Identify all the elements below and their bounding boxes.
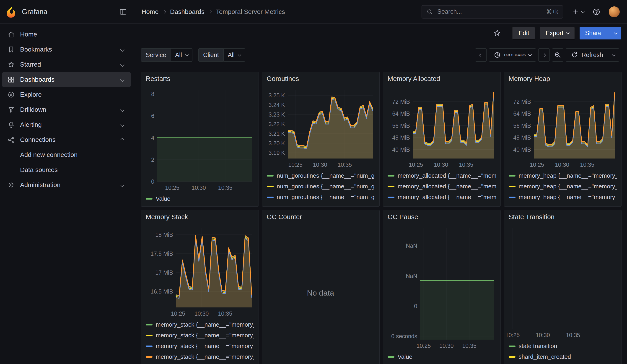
filter-row: Service All Client All — [141, 48, 619, 62]
clock-icon — [494, 51, 501, 59]
client-variable-selected: All — [228, 52, 235, 59]
legend-item[interactable]: num_goroutines {__name__="num_go — [267, 192, 375, 203]
export-button-label: Export — [546, 30, 563, 37]
chart-goroutines[interactable]: 3.25 K3.24 K3.23 K3.22 K3.21 K3.20 K3.19… — [265, 86, 376, 169]
panel-header-memory-heap[interactable]: Memory Heap — [504, 72, 622, 86]
chevron-down-icon — [120, 123, 124, 127]
legend-item[interactable]: shard_item_created — [509, 352, 617, 362]
legend-series-marker — [388, 175, 394, 177]
refresh-interval-button[interactable] — [608, 49, 619, 61]
legend-item[interactable]: num_goroutines {__name__="num_go — [267, 203, 375, 204]
user-avatar[interactable] — [609, 6, 620, 17]
legend-item[interactable]: memory_allocated {__name__="memo — [388, 181, 496, 192]
client-variable-label: Client — [198, 48, 224, 62]
sidebar-item-dashboards[interactable]: Dashboards — [2, 72, 131, 87]
legend-series-label: Value — [398, 353, 413, 360]
refresh-button[interactable]: Refresh — [566, 49, 608, 61]
refresh-split-button: Refresh — [566, 48, 619, 62]
panel-header-goroutines[interactable]: Goroutines — [262, 72, 380, 86]
share-menu-button[interactable] — [610, 27, 621, 40]
sidebar-item-administration[interactable]: Administration — [2, 177, 131, 193]
legend-item[interactable]: memory_stack {__name__="memory_s — [146, 319, 254, 330]
svg-text:17 MiB: 17 MiB — [155, 269, 173, 276]
sidebar-item-explore[interactable]: Explore — [2, 87, 131, 102]
sidebar-item-alerting[interactable]: Alerting — [2, 117, 131, 132]
sidebar-item-drilldown[interactable]: Drilldown — [2, 102, 131, 117]
sidebar-item-connections[interactable]: Connections — [2, 132, 131, 147]
panel-header-restarts[interactable]: Restarts — [141, 72, 259, 86]
sidebar-item-data-sources[interactable]: Data sources — [2, 162, 131, 177]
client-variable-value[interactable]: All — [224, 48, 245, 62]
breadcrumb-home[interactable]: Home — [142, 8, 159, 15]
chevron-down-icon — [120, 108, 124, 112]
panel-header-memory-stack[interactable]: Memory Stack — [141, 210, 259, 224]
breadcrumb-dashboards[interactable]: Dashboards — [170, 8, 205, 15]
legend-series-label: Value — [156, 195, 170, 202]
sidebar-item-label: Connections — [20, 136, 116, 144]
panel-header-gc-pause[interactable]: GC Pause — [383, 210, 500, 224]
svg-text:10:25: 10:25 — [507, 332, 520, 338]
legend-item[interactable]: memory_stack {__name__="memory_s — [146, 341, 254, 352]
legend-item[interactable]: state transition — [509, 341, 617, 352]
legend-item[interactable]: memory_allocated {__name__="memo — [388, 170, 496, 181]
legend-item[interactable]: memory_heap {__name__="memory_h — [509, 170, 617, 181]
sidebar-item-starred[interactable]: Starred — [2, 57, 131, 72]
search-bar[interactable]: ⌘+k — [421, 5, 563, 18]
legend-item[interactable]: memory_stack {__name__="memory_s — [146, 352, 254, 362]
panel-title: Memory Heap — [509, 75, 550, 83]
edit-button-label: Edit — [519, 30, 529, 37]
legend-item[interactable]: Value — [146, 193, 254, 204]
sidebar-toggle-icon[interactable] — [119, 8, 127, 16]
legend-item[interactable]: memory_stack {__name__="memory_s — [146, 330, 254, 341]
legend-item[interactable]: memory_allocated {__name__="memo — [388, 192, 496, 203]
help-icon[interactable] — [592, 8, 601, 16]
add-button[interactable] — [572, 8, 584, 15]
share-button[interactable]: Share — [579, 27, 607, 40]
star-icon — [7, 61, 15, 68]
chart-memory-heap[interactable]: 72 MiB64 MiB56 MiB48 MiB40 MiB10:2510:30… — [507, 86, 618, 169]
legend-item[interactable]: num_goroutines {__name__="num_go — [267, 170, 375, 181]
chart-memory-stack[interactable]: 18 MiB17.5 MiB17 MiB16.5 MiB10:2510:3010… — [144, 224, 255, 318]
sidebar-item-add-new-connection[interactable]: Add new connection — [2, 147, 131, 162]
sidebar-item-home[interactable]: Home — [2, 27, 131, 42]
panel-header-memory-allocated[interactable]: Memory Allocated — [383, 72, 500, 86]
time-shift-forward-button[interactable] — [538, 48, 550, 62]
legend-item[interactable]: memory_heap {__name__="memory_h — [509, 192, 617, 203]
legend-memory-heap: memory_heap {__name__="memory_hmemory_he… — [507, 169, 618, 204]
panel-header-state-transition[interactable]: State Transition — [504, 210, 622, 224]
legend-item[interactable]: memory_heap {__name__="memory_h — [509, 181, 617, 192]
legend-series-marker — [388, 186, 394, 187]
svg-text:10:35: 10:35 — [580, 161, 594, 168]
time-range-label: Last 15 minutes — [504, 53, 525, 57]
chart-restarts[interactable]: 8642010:2510:3010:35 — [144, 86, 255, 193]
time-range-picker[interactable]: Last 15 minutes — [489, 48, 536, 62]
chart-gc-counter[interactable]: No data — [265, 224, 376, 362]
legend-series-marker — [146, 335, 153, 336]
zoom-out-icon — [554, 51, 561, 59]
service-variable-value[interactable]: All — [171, 48, 192, 62]
zoom-out-button[interactable] — [552, 48, 563, 62]
search-input[interactable] — [437, 8, 543, 15]
legend-item[interactable]: memory_allocated {__name__="memo — [388, 203, 496, 204]
sidebar-nav: HomeBookmarksStarredDashboardsExploreDri… — [0, 24, 133, 364]
legend-series-label: state transition — [519, 343, 557, 350]
legend-series-label: memory_stack {__name__="memory_s — [156, 332, 254, 339]
chart-memory-allocated[interactable]: 72 MiB64 MiB56 MiB48 MiB40 MiB10:2510:30… — [386, 86, 497, 169]
chart-gc-pause[interactable]: NaNNaN00 seconds10:2510:3010:35 — [386, 224, 497, 351]
chevron-down-icon — [238, 53, 241, 56]
time-shift-back-button[interactable] — [475, 48, 487, 62]
chart-state-transition[interactable]: 10:2510:3010:35 — [507, 224, 618, 340]
legend-item[interactable]: num_goroutines {__name__="num_go — [267, 181, 375, 192]
sidebar-item-bookmarks[interactable]: Bookmarks — [2, 42, 131, 57]
legend-item[interactable]: memory_heap {__name__="memory_h — [509, 203, 617, 204]
export-button[interactable]: Export — [540, 27, 575, 40]
grafana-logo-icon[interactable] — [6, 6, 17, 18]
sidebar-item-label: Drilldown — [20, 106, 116, 113]
chevron-down-icon — [528, 53, 532, 56]
compass-icon — [7, 91, 15, 99]
favorite-star-button[interactable] — [491, 27, 503, 39]
edit-button[interactable]: Edit — [513, 27, 535, 40]
svg-text:10:30: 10:30 — [536, 332, 550, 338]
panel-header-gc-counter[interactable]: GC Counter — [262, 210, 380, 224]
legend-item[interactable]: Value — [388, 352, 496, 362]
